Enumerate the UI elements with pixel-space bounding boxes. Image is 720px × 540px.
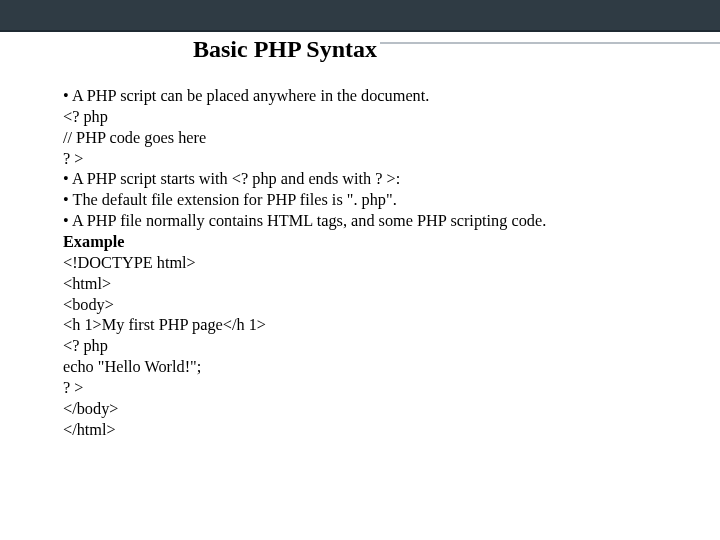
slide: Basic PHP Syntax A PHP script can be pla… — [0, 0, 720, 540]
slide-title: Basic PHP Syntax — [0, 30, 720, 67]
text-line: ? > — [63, 378, 663, 399]
text-line: </html> — [63, 420, 663, 441]
text-line: </body> — [63, 399, 663, 420]
text-line: <body> — [63, 295, 663, 316]
bullet-line: The default file extension for PHP files… — [63, 190, 663, 211]
text-line: echo "Hello World!"; — [63, 357, 663, 378]
slide-body: A PHP script can be placed anywhere in t… — [63, 86, 663, 441]
title-area: Basic PHP Syntax — [0, 30, 720, 67]
bullet-line: A PHP file normally contains HTML tags, … — [63, 211, 663, 232]
divider-accent — [380, 42, 720, 44]
text-line: ? > — [63, 149, 663, 170]
text-line: <? php — [63, 336, 663, 357]
text-line: Example — [63, 232, 663, 253]
text-line: // PHP code goes here — [63, 128, 663, 149]
text-line: <!DOCTYPE html> — [63, 253, 663, 274]
bullet-line: A PHP script can be placed anywhere in t… — [63, 86, 663, 107]
bullet-line: A PHP script starts with <? php and ends… — [63, 169, 663, 190]
text-line: <? php — [63, 107, 663, 128]
text-line: <h 1>My first PHP page</h 1> — [63, 315, 663, 336]
top-bar — [0, 0, 720, 30]
text-line: <html> — [63, 274, 663, 295]
